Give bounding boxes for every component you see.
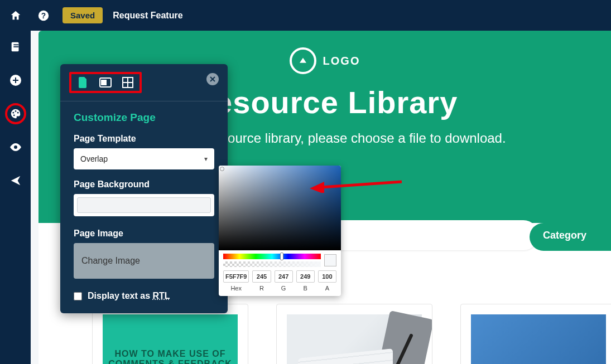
rtl-label: Display text as RTL [88,291,170,301]
card-thumbnail: HOW TO MAKE USE OF COMMENTS & FEEDBACK [103,314,238,364]
saved-badge: Saved [62,7,103,23]
card-thumbnail [287,314,422,364]
hue-thumb[interactable] [280,253,283,260]
logo-text: LOGO [323,55,360,67]
svg-rect-7 [13,80,18,81]
rail-add-icon[interactable] [5,70,26,91]
color-values: Hex R G B A [219,270,341,292]
r-label: R [252,285,271,292]
color-cursor[interactable] [220,167,224,171]
page-template-select[interactable]: Overlap ▾ [74,148,214,169]
rail-pages-icon[interactable] [5,36,26,57]
resource-card[interactable]: Beacon [460,304,611,364]
hue-slider[interactable] [223,254,321,259]
template-label: Page Template [74,134,214,144]
top-bar: ? Saved Request Feature [0,0,611,31]
category-button[interactable]: Category [530,223,611,251]
background-label: Page Background [74,179,214,190]
page-background-swatch[interactable] [74,194,214,216]
svg-text:?: ? [41,11,46,20]
svg-point-10 [17,112,18,114]
tab-page-icon[interactable] [77,76,89,89]
change-image-button[interactable]: Change Image [74,243,214,279]
a-input[interactable] [318,270,336,283]
customize-panel: Customize Page Page Template Overlap ▾ P… [60,64,228,313]
rail-send-icon[interactable] [5,170,26,191]
g-label: G [275,285,293,292]
svg-rect-4 [13,46,18,47]
hex-label: Hex [223,285,249,292]
resource-card[interactable] [276,304,432,364]
svg-rect-3 [13,44,18,45]
panel-tab-group [69,72,142,93]
home-icon[interactable] [7,7,25,25]
tab-section-icon[interactable] [99,76,112,89]
alpha-slider[interactable] [223,261,321,267]
rtl-checkbox[interactable] [74,292,82,300]
select-caret-icon: ▾ [204,155,208,163]
hex-input[interactable] [223,270,249,283]
panel-title: Customize Page [74,111,214,124]
logo-mark-icon [290,47,316,74]
svg-point-8 [12,112,14,114]
select-value: Overlap [80,154,108,163]
svg-point-11 [13,114,15,116]
rtl-row: Display text as RTL [74,291,214,301]
panel-body: Customize Page Page Template Overlap ▾ P… [60,101,228,313]
rail-design-icon[interactable] [5,103,26,124]
b-input[interactable] [296,270,315,283]
close-icon[interactable] [206,73,219,85]
r-input[interactable] [252,270,271,283]
request-feature-link[interactable]: Request Feature [113,11,182,21]
g-input[interactable] [275,270,293,283]
current-color-swatch [324,254,336,266]
b-label: B [296,285,315,292]
svg-point-12 [14,145,17,149]
help-icon[interactable]: ? [35,7,52,25]
side-rail [0,31,31,364]
image-label: Page Image [74,229,214,239]
a-label: A [318,285,336,292]
panel-tabs [60,64,228,101]
card-thumbnail: Beacon [471,314,606,364]
color-picker: Hex R G B A [219,166,341,296]
rail-preview-icon[interactable] [5,137,26,158]
svg-rect-14 [102,80,106,85]
svg-point-9 [15,110,16,112]
color-saturation-field[interactable] [219,166,341,250]
tab-grid-icon[interactable] [122,76,134,89]
